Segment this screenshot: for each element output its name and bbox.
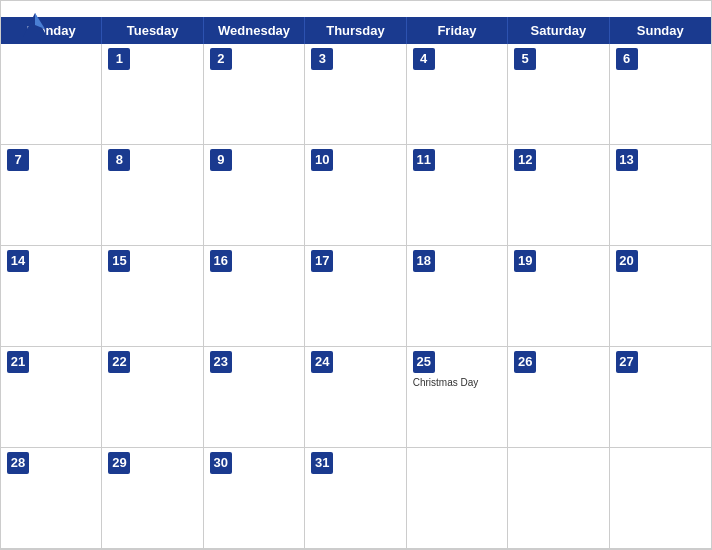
calendar-cell: 22 xyxy=(102,347,203,448)
days-header-row: MondayTuesdayWednesdayThursdayFridaySatu… xyxy=(1,17,711,44)
calendar-cell xyxy=(508,448,609,549)
date-number: 12 xyxy=(514,149,536,171)
date-number: 26 xyxy=(514,351,536,373)
calendar-cell xyxy=(1,44,102,145)
calendar-cell: 24 xyxy=(305,347,406,448)
day-header-wednesday: Wednesday xyxy=(204,17,305,44)
calendar-cell: 2 xyxy=(204,44,305,145)
calendar-cell: 11 xyxy=(407,145,508,246)
calendar-cell: 27 xyxy=(610,347,711,448)
calendar-header xyxy=(1,1,711,17)
date-number: 19 xyxy=(514,250,536,272)
date-number: 6 xyxy=(616,48,638,70)
calendar-grid: 1234567891011121314151617181920212223242… xyxy=(1,44,711,549)
calendar-cell: 4 xyxy=(407,44,508,145)
day-header-tuesday: Tuesday xyxy=(102,17,203,44)
date-number: 22 xyxy=(108,351,130,373)
date-number: 31 xyxy=(311,452,333,474)
date-number: 14 xyxy=(7,250,29,272)
date-number: 20 xyxy=(616,250,638,272)
day-header-sunday: Sunday xyxy=(610,17,711,44)
date-number: 28 xyxy=(7,452,29,474)
date-number: 10 xyxy=(311,149,333,171)
date-number: 4 xyxy=(413,48,435,70)
calendar-cell: 6 xyxy=(610,44,711,145)
calendar-cell: 20 xyxy=(610,246,711,347)
logo-icon xyxy=(17,9,53,45)
calendar-cell: 25Christmas Day xyxy=(407,347,508,448)
date-number: 9 xyxy=(210,149,232,171)
date-number: 18 xyxy=(413,250,435,272)
calendar-cell: 15 xyxy=(102,246,203,347)
date-number: 29 xyxy=(108,452,130,474)
date-number: 13 xyxy=(616,149,638,171)
holiday-label: Christmas Day xyxy=(413,377,501,388)
day-header-thursday: Thursday xyxy=(305,17,406,44)
date-number: 15 xyxy=(108,250,130,272)
logo xyxy=(17,9,57,49)
date-number: 8 xyxy=(108,149,130,171)
calendar-cell xyxy=(407,448,508,549)
date-number: 27 xyxy=(616,351,638,373)
date-number: 16 xyxy=(210,250,232,272)
calendar-cell: 18 xyxy=(407,246,508,347)
date-number: 2 xyxy=(210,48,232,70)
calendar-cell: 17 xyxy=(305,246,406,347)
date-number: 3 xyxy=(311,48,333,70)
date-number: 30 xyxy=(210,452,232,474)
calendar-cell: 14 xyxy=(1,246,102,347)
day-header-friday: Friday xyxy=(407,17,508,44)
calendar-cell: 9 xyxy=(204,145,305,246)
date-number: 21 xyxy=(7,351,29,373)
date-number: 23 xyxy=(210,351,232,373)
date-number: 11 xyxy=(413,149,435,171)
calendar-cell: 10 xyxy=(305,145,406,246)
calendar-cell: 23 xyxy=(204,347,305,448)
day-header-saturday: Saturday xyxy=(508,17,609,44)
calendar-cell: 31 xyxy=(305,448,406,549)
calendar-cell: 26 xyxy=(508,347,609,448)
date-number: 24 xyxy=(311,351,333,373)
calendar-cell: 7 xyxy=(1,145,102,246)
date-number: 7 xyxy=(7,149,29,171)
date-number: 25 xyxy=(413,351,435,373)
calendar-cell: 21 xyxy=(1,347,102,448)
calendar-cell: 1 xyxy=(102,44,203,145)
calendar-cell: 16 xyxy=(204,246,305,347)
date-number: 5 xyxy=(514,48,536,70)
calendar: MondayTuesdayWednesdayThursdayFridaySatu… xyxy=(0,0,712,550)
calendar-cell: 19 xyxy=(508,246,609,347)
date-number: 1 xyxy=(108,48,130,70)
calendar-cell: 29 xyxy=(102,448,203,549)
date-number: 17 xyxy=(311,250,333,272)
calendar-cell: 8 xyxy=(102,145,203,246)
calendar-cell: 13 xyxy=(610,145,711,246)
calendar-cell: 12 xyxy=(508,145,609,246)
calendar-cell: 5 xyxy=(508,44,609,145)
calendar-cell xyxy=(610,448,711,549)
calendar-cell: 30 xyxy=(204,448,305,549)
calendar-cell: 28 xyxy=(1,448,102,549)
calendar-cell: 3 xyxy=(305,44,406,145)
